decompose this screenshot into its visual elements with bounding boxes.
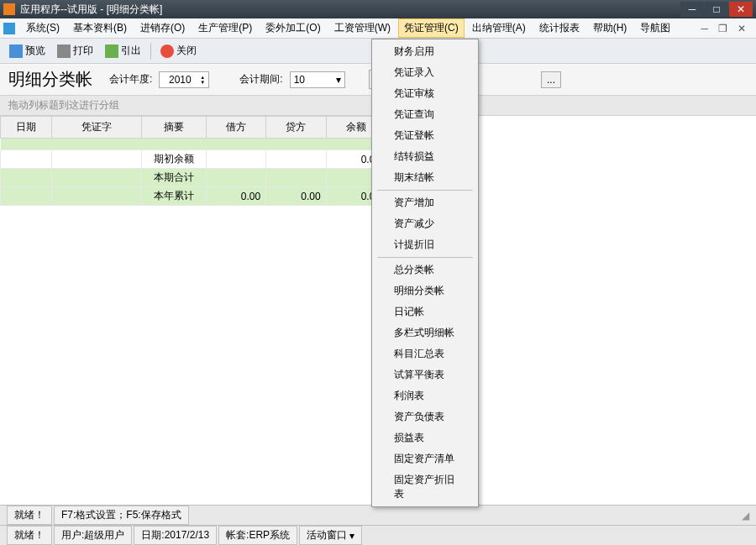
- print-button[interactable]: 打印: [53, 41, 97, 60]
- dd-separator: [377, 190, 473, 191]
- dd-asset-reduce[interactable]: 资产减少: [374, 213, 476, 234]
- menu-system[interactable]: 系统(S): [20, 18, 66, 38]
- dd-depreciation[interactable]: 计提折旧: [374, 234, 476, 255]
- mdi-restore-button[interactable]: ❐: [718, 23, 727, 34]
- grid-header-row: 日期 凭证字 摘要 借方 贷方 余额: [1, 117, 386, 139]
- close-button[interactable]: 关闭: [156, 41, 201, 60]
- dd-finance-enable[interactable]: 财务启用: [374, 41, 476, 62]
- table-row[interactable]: 期初余额 0.00: [1, 150, 386, 169]
- maximize-button[interactable]: □: [705, 2, 728, 17]
- status-ready2: 就绪！: [7, 526, 52, 545]
- dd-pl-statement[interactable]: 损益表: [374, 427, 476, 448]
- menu-outsource[interactable]: 委外加工(O): [260, 18, 326, 38]
- dd-general-ledger[interactable]: 总分类帐: [374, 259, 476, 280]
- window-title: 应用程序--试用版 - [明细分类帐]: [20, 3, 680, 17]
- chevron-down-icon: ▾: [349, 530, 354, 542]
- dd-carryover-pl[interactable]: 结转损益: [374, 146, 476, 167]
- window-controls: ─ □ ✕: [680, 2, 753, 17]
- menu-voucher[interactable]: 凭证管理(C): [398, 18, 465, 38]
- status-active-window[interactable]: 活动窗口 ▾: [299, 526, 362, 545]
- menu-inventory[interactable]: 进销存(O): [134, 18, 191, 38]
- menu-help[interactable]: 帮助(H): [587, 18, 633, 38]
- chevron-down-icon: ▾: [336, 74, 341, 86]
- dd-multi-column[interactable]: 多栏式明细帐: [374, 322, 476, 343]
- status-book: 帐套:ERP系统: [218, 526, 297, 545]
- dd-balance-sheet[interactable]: 资产负债表: [374, 406, 476, 427]
- more-button[interactable]: ...: [541, 71, 561, 88]
- year-label: 会计年度:: [109, 72, 152, 86]
- dd-income-statement[interactable]: 利润表: [374, 385, 476, 406]
- column-summary[interactable]: 摘要: [142, 117, 207, 139]
- close-window-button[interactable]: ✕: [729, 2, 753, 17]
- minimize-button[interactable]: ─: [680, 2, 704, 17]
- app-menu-icon: [3, 23, 15, 34]
- status-hint: F7:格式设置；F5:保存格式: [54, 506, 189, 525]
- preview-icon: [9, 45, 23, 58]
- resize-grip-icon: ◢: [742, 510, 749, 521]
- column-debit[interactable]: 借方: [206, 117, 265, 139]
- spacer-row: [1, 139, 386, 150]
- year-spinner[interactable]: 2010 ▲▼: [159, 71, 209, 88]
- status-user: 用户:超级用户: [54, 526, 132, 545]
- menu-nav[interactable]: 导航图: [634, 18, 676, 38]
- dd-voucher-audit[interactable]: 凭证审核: [374, 83, 476, 104]
- mdi-minimize-button[interactable]: ─: [701, 23, 708, 34]
- titlebar: 应用程序--试用版 - [明细分类帐] ─ □ ✕: [0, 0, 756, 18]
- table-row[interactable]: 本期合计: [1, 169, 386, 187]
- preview-button[interactable]: 预览: [5, 41, 50, 60]
- menu-production[interactable]: 生产管理(P): [192, 18, 258, 38]
- app-icon: [3, 3, 15, 15]
- dd-asset-list[interactable]: 固定资产清单: [374, 448, 476, 469]
- dd-trial-balance[interactable]: 试算平衡表: [374, 364, 476, 385]
- column-date[interactable]: 日期: [1, 117, 52, 139]
- dd-asset-depr-list[interactable]: 固定资产折旧表: [374, 469, 476, 505]
- spinner-icon: ▲▼: [200, 75, 205, 85]
- period-label: 会计期间:: [239, 72, 282, 86]
- dd-voucher-entry[interactable]: 凭证录入: [374, 62, 476, 83]
- export-icon: [105, 45, 118, 58]
- menu-reports[interactable]: 统计报表: [533, 18, 585, 38]
- export-button[interactable]: 引出: [101, 41, 145, 60]
- mdi-controls: ─ ❐ ✕: [701, 23, 753, 34]
- column-voucher[interactable]: 凭证字: [52, 117, 142, 139]
- dd-voucher-post[interactable]: 凭证登帐: [374, 125, 476, 146]
- statusbar-upper: 就绪！ F7:格式设置；F5:保存格式 ◢: [0, 505, 756, 525]
- menubar: 系统(S) 基本资料(B) 进销存(O) 生产管理(P) 委外加工(O) 工资管…: [0, 18, 756, 39]
- dd-account-summary[interactable]: 科目汇总表: [374, 343, 476, 364]
- table-row[interactable]: 本年累计 0.00 0.00 0.00: [1, 187, 386, 206]
- statusbar-lower: 就绪！ 用户:超级用户 日期:2017/2/13 帐套:ERP系统 活动窗口 ▾: [0, 525, 756, 545]
- dd-voucher-query[interactable]: 凭证查询: [374, 104, 476, 125]
- column-credit[interactable]: 贷方: [266, 117, 326, 139]
- period-select[interactable]: 10 ▾: [290, 71, 345, 88]
- page-title: 明细分类帐: [8, 68, 92, 91]
- dd-journal[interactable]: 日记帐: [374, 301, 476, 322]
- menu-cashier[interactable]: 出纳管理(A): [466, 18, 532, 38]
- voucher-menu-dropdown: 财务启用 凭证录入 凭证审核 凭证查询 凭证登帐 结转损益 期末结帐 资产增加 …: [371, 39, 479, 507]
- mdi-close-button[interactable]: ✕: [738, 23, 746, 34]
- print-icon: [57, 45, 71, 58]
- dd-asset-add[interactable]: 资产增加: [374, 192, 476, 213]
- status-ready: 就绪！: [7, 506, 52, 525]
- menu-basic-data[interactable]: 基本资料(B): [67, 18, 133, 38]
- dd-separator: [377, 257, 473, 258]
- dd-detail-ledger[interactable]: 明细分类帐: [374, 280, 476, 301]
- status-date: 日期:2017/2/13: [134, 526, 217, 545]
- menu-salary[interactable]: 工资管理(W): [328, 18, 396, 38]
- dd-period-close[interactable]: 期末结帐: [374, 167, 476, 188]
- separator: [150, 43, 151, 60]
- close-icon: [160, 45, 174, 58]
